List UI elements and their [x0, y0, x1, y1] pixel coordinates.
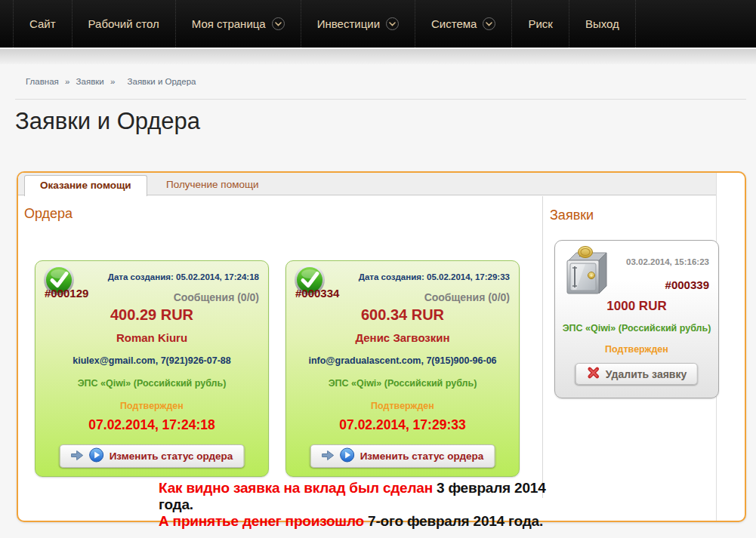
order-status: Подтвержден	[286, 401, 519, 411]
chevron-down-icon	[483, 17, 495, 30]
play-circle-icon	[340, 447, 355, 465]
change-order-status-label: Изменить статус ордера	[110, 450, 233, 462]
order-client-name: Roman Kiuru	[35, 331, 268, 344]
arrow-right-icon	[71, 450, 84, 463]
nav-item-label: Рабочий стол	[88, 17, 159, 30]
order-payment-system: ЭПС «Qiwi» (Российский рубль)	[35, 378, 268, 389]
order-card: Дата создания: 05.02.2014, 17:29:33 #000…	[285, 260, 520, 477]
main-panel: Оказание помощи Получение помощи Ордера …	[17, 171, 746, 522]
order-contact: info@gradualascent.com, 7(915)900-96-06	[286, 355, 519, 366]
request-payment-system: ЭПС «Qiwi» (Российский рубль)	[555, 323, 718, 334]
breadcrumb-current: Заявки и Ордера	[128, 77, 196, 86]
safe-deposit-icon	[564, 245, 611, 301]
change-order-status-label: Изменить статус ордера	[360, 450, 484, 462]
header-divider-band	[0, 48, 756, 64]
tab-giving-help[interactable]: Оказание помощи	[24, 175, 147, 196]
top-navigation: Сайт Рабочий стол Моя страница Инвестици…	[0, 0, 756, 48]
nav-item-risk[interactable]: Риск	[511, 0, 568, 48]
breadcrumb-separator: »	[110, 77, 115, 86]
nav-item-desktop[interactable]: Рабочий стол	[72, 0, 175, 48]
nav-item-label: Сайт	[29, 17, 56, 30]
breadcrumb-rule	[15, 99, 746, 100]
order-contact: kiulex@gmail.com, 7(921)926-07-88	[35, 355, 268, 366]
request-card: 03.02.2014, 15:16:23 #000339 1000 RUR ЭП…	[554, 240, 719, 398]
order-number: #000334	[295, 287, 339, 300]
order-amount: 400.29 RUR	[35, 306, 268, 324]
column-divider	[542, 196, 543, 498]
arrow-right-icon	[322, 450, 335, 463]
page: Сайт Рабочий стол Моя страница Инвестици…	[0, 0, 756, 538]
breadcrumb: Главная » Заявки » Заявки и Ордера	[26, 77, 196, 86]
chevron-down-icon	[272, 17, 285, 30]
order-messages-link[interactable]: Сообщения (0/0)	[174, 291, 259, 303]
order-messages-link[interactable]: Сообщения (0/0)	[424, 291, 510, 303]
breadcrumb-separator: »	[65, 77, 69, 86]
order-created-date: Дата создания: 05.02.2014, 17:24:18	[108, 272, 259, 281]
request-created-date: 03.02.2014, 15:16:23	[626, 257, 709, 266]
breadcrumb-section-link[interactable]: Заявки	[76, 77, 104, 86]
request-number: #000339	[665, 278, 709, 291]
annotation-text: Как видно заявка на вклад был сделан3 фе…	[159, 480, 575, 530]
order-status: Подтвержден	[35, 401, 268, 411]
order-client-name: Денис Загвозкин	[286, 331, 519, 344]
chevron-down-icon	[386, 17, 399, 30]
orders-heading: Ордера	[24, 206, 73, 222]
request-status: Подтвержден	[555, 344, 718, 355]
nav-item-system[interactable]: Система	[415, 0, 511, 48]
red-x-icon	[587, 366, 600, 382]
annotation-line2-red: А принятье денег произошло	[159, 513, 364, 529]
annotation-line-1: Как видно заявка на вклад был сделан3 фе…	[159, 480, 575, 513]
nav-item-label: Выход	[585, 17, 619, 30]
annotation-line-2: А принятье денег произошло7-ого февраля …	[159, 513, 575, 530]
page-title: Заявки и Ордера	[15, 108, 200, 135]
nav-item-logout[interactable]: Выход	[569, 0, 636, 48]
breadcrumb-home-link[interactable]: Главная	[26, 77, 59, 86]
order-confirmed-date: 07.02.2014, 17:29:33	[286, 417, 519, 433]
delete-request-label: Удалить заявку	[606, 368, 687, 380]
annotation-line2-black: 7-ого февраля 2014 года.	[368, 513, 543, 529]
nav-item-label: Система	[431, 17, 477, 30]
requests-heading: Заявки	[550, 208, 594, 223]
nav-item-my-page[interactable]: Моя страница	[175, 0, 301, 48]
change-order-status-button[interactable]: Изменить статус ордера	[60, 444, 245, 468]
order-payment-system: ЭПС «Qiwi» (Российский рубль)	[286, 378, 519, 389]
nav-item-label: Риск	[528, 17, 552, 30]
play-circle-icon	[89, 447, 104, 465]
order-created-date: Дата создания: 05.02.2014, 17:29:33	[359, 272, 510, 281]
change-order-status-button[interactable]: Изменить статус ордера	[310, 444, 495, 468]
order-number: #000129	[45, 287, 88, 300]
nav-item-site[interactable]: Сайт	[13, 0, 72, 48]
request-amount: 1000 RUR	[555, 299, 718, 314]
tab-receiving-help[interactable]: Получение помощи	[151, 175, 274, 196]
order-card: Дата создания: 05.02.2014, 17:24:18 #000…	[35, 260, 269, 477]
order-confirmed-date: 07.02.2014, 17:24:18	[35, 417, 268, 433]
delete-request-button[interactable]: Удалить заявку	[575, 363, 698, 385]
order-amount: 600.34 RUR	[286, 306, 519, 324]
nav-item-label: Моя страница	[192, 17, 266, 30]
nav-item-label: Инвестиции	[317, 17, 380, 30]
annotation-line1-red: Как видно заявка на вклад был сделан	[159, 480, 433, 496]
nav-item-investments[interactable]: Инвестиции	[301, 0, 415, 48]
